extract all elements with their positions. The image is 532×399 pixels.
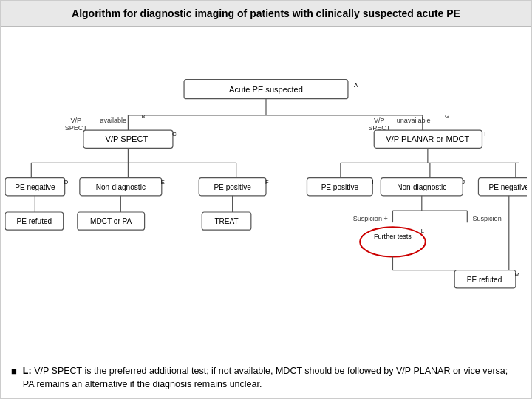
svg-text:Non-diagnostic: Non-diagnostic <box>397 183 446 191</box>
svg-text:G: G <box>445 113 449 120</box>
svg-text:D: D <box>64 179 69 185</box>
footnote-text: L: V/P SPECT is the preferred additional… <box>23 364 521 391</box>
svg-text:V/P: V/P <box>374 117 385 124</box>
svg-text:V/P: V/P <box>71 117 82 124</box>
page-title: Algorithm for diagnostic imaging of pati… <box>72 7 460 19</box>
svg-text:MDCT or PA: MDCT or PA <box>90 217 132 225</box>
svg-text:available: available <box>100 117 126 124</box>
svg-text:I: I <box>372 179 373 185</box>
footnote-bullet: ■ <box>11 365 17 379</box>
page-container: Algorithm for diagnostic imaging of pati… <box>0 0 532 399</box>
svg-text:TREAT: TREAT <box>214 217 238 225</box>
svg-text:Non-diagnostic: Non-diagnostic <box>96 183 146 191</box>
footnote-label: L: <box>23 366 32 376</box>
svg-text:M: M <box>515 271 519 278</box>
svg-text:Further tests: Further tests <box>374 233 412 241</box>
flowchart-svg: Acute PE suspected A V/P SPECT available… <box>5 31 527 353</box>
svg-text:B: B <box>142 113 146 120</box>
svg-text:E: E <box>161 179 165 185</box>
svg-text:PE negative: PE negative <box>15 183 55 191</box>
svg-text:F: F <box>265 179 269 185</box>
footnote-body: V/P SPECT is the preferred additional te… <box>23 366 508 389</box>
svg-text:V/P SPECT: V/P SPECT <box>106 134 149 143</box>
svg-text:A: A <box>354 82 358 89</box>
svg-text:PE positive: PE positive <box>321 183 359 191</box>
svg-text:Acute PE suspected: Acute PE suspected <box>229 85 303 94</box>
footnote-area: ■ L: V/P SPECT is the preferred addition… <box>1 358 531 398</box>
svg-text:Suspicion-: Suspicion- <box>472 215 503 222</box>
svg-text:V/P PLANAR or MDCT: V/P PLANAR or MDCT <box>386 134 469 143</box>
svg-text:H: H <box>481 131 485 137</box>
diagram-area: Acute PE suspected A V/P SPECT available… <box>1 27 531 358</box>
svg-text:PE refuted: PE refuted <box>17 217 52 225</box>
svg-text:Suspicion +: Suspicion + <box>353 215 388 222</box>
svg-text:C: C <box>172 131 177 137</box>
svg-text:unavailable: unavailable <box>397 117 431 124</box>
svg-text:PE positive: PE positive <box>214 183 251 191</box>
svg-text:J: J <box>462 179 465 185</box>
svg-point-64 <box>360 227 426 256</box>
svg-text:L: L <box>421 228 424 234</box>
svg-text:PE negative: PE negative <box>489 183 527 191</box>
title-bar: Algorithm for diagnostic imaging of pati… <box>1 1 531 27</box>
svg-text:PE refuted: PE refuted <box>467 276 502 284</box>
